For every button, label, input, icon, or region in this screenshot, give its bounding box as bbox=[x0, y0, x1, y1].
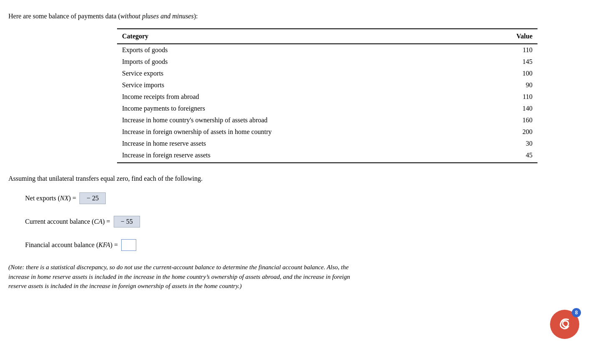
table-cell-value: 160 bbox=[479, 114, 537, 126]
net-exports-value: − 25 bbox=[79, 192, 106, 204]
table-cell-category: Increase in foreign ownership of assets … bbox=[117, 126, 479, 138]
net-exports-row: Net exports (NX) = − 25 bbox=[25, 192, 588, 204]
table-cell-category: Service exports bbox=[117, 68, 479, 79]
balance-of-payments-table: Category Value Exports of goods110Import… bbox=[117, 28, 537, 163]
table-row: Income payments to foreigners140 bbox=[117, 103, 537, 114]
floating-logo-button[interactable]: 8 bbox=[550, 310, 579, 339]
table-cell-value: 90 bbox=[479, 79, 537, 91]
financial-account-label: Financial account balance (KFA) = bbox=[25, 241, 118, 249]
table-cell-value: 110 bbox=[479, 44, 537, 56]
financial-account-row: Financial account balance (KFA) = bbox=[25, 239, 588, 251]
table-cell-value: 145 bbox=[479, 56, 537, 68]
value-header: Value bbox=[479, 29, 537, 44]
table-cell-value: 140 bbox=[479, 103, 537, 114]
table-row: Imports of goods145 bbox=[117, 56, 537, 68]
current-account-row: Current account balance (CA) = − 55 bbox=[25, 216, 588, 228]
financial-account-input[interactable] bbox=[121, 239, 136, 251]
table-row: Service exports100 bbox=[117, 68, 537, 79]
table-cell-category: Increase in foreign reserve assets bbox=[117, 149, 479, 163]
note-paragraph: (​Note: there is a statistical discrepan… bbox=[8, 263, 351, 291]
table-row: Increase in home country's ownership of … bbox=[117, 114, 537, 126]
current-account-label: Current account balance (CA) = bbox=[25, 218, 110, 225]
table-row: Increase in foreign ownership of assets … bbox=[117, 126, 537, 138]
table-cell-value: 45 bbox=[479, 149, 537, 163]
net-exports-label: Net exports (NX) = bbox=[25, 195, 76, 202]
table-cell-category: Income payments to foreigners bbox=[117, 103, 479, 114]
notification-badge: 8 bbox=[572, 308, 581, 317]
table-cell-value: 30 bbox=[479, 138, 537, 149]
logo-icon bbox=[555, 315, 574, 334]
intro-italic: without pluses and minuses bbox=[120, 13, 194, 20]
intro-text-before: Here are some balance of payments data ( bbox=[8, 13, 120, 20]
category-header: Category bbox=[117, 29, 479, 44]
table-row: Exports of goods110 bbox=[117, 44, 537, 56]
table-cell-category: Income receipts from abroad bbox=[117, 91, 479, 103]
table-cell-value: 110 bbox=[479, 91, 537, 103]
table-row: Increase in foreign reserve assets45 bbox=[117, 149, 537, 163]
table-cell-category: Imports of goods bbox=[117, 56, 479, 68]
table-cell-category: Exports of goods bbox=[117, 44, 479, 56]
table-header-row: Category Value bbox=[117, 29, 537, 44]
table-row: Service imports90 bbox=[117, 79, 537, 91]
intro-text-after: ): bbox=[194, 13, 198, 20]
table-row: Increase in home reserve assets30 bbox=[117, 138, 537, 149]
table-cell-value: 200 bbox=[479, 126, 537, 138]
data-table-container: Category Value Exports of goods110Import… bbox=[117, 28, 537, 163]
table-cell-category: Increase in home country's ownership of … bbox=[117, 114, 479, 126]
current-account-value: − 55 bbox=[114, 216, 140, 228]
section-instruction: Assuming that unilateral transfers equal… bbox=[8, 175, 588, 182]
table-cell-category: Increase in home reserve assets bbox=[117, 138, 479, 149]
intro-paragraph: Here are some balance of payments data (… bbox=[8, 13, 588, 20]
table-cell-value: 100 bbox=[479, 68, 537, 79]
table-row: Income receipts from abroad110 bbox=[117, 91, 537, 103]
table-cell-category: Service imports bbox=[117, 79, 479, 91]
